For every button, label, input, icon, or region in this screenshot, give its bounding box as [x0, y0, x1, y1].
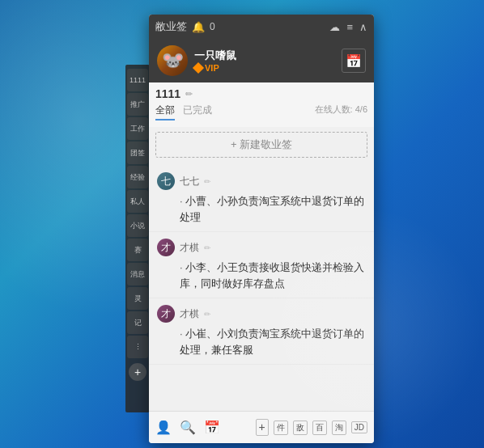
task-item-3[interactable]: 才 才棋 ✏ 小崔、小刘负责淘宝系统中退货订单的处理，兼任客服 — [149, 298, 374, 365]
task-avatar-caiqi-2: 才 — [157, 305, 175, 323]
task-content-3: 小崔、小刘负责淘宝系统中退货订单的处理，兼任客服 — [157, 326, 366, 357]
sidebar-item-novel[interactable]: 小说 — [127, 214, 148, 237]
task-content-2: 小李、小王负责接收退货快递并检验入库，同时做好库存盘点 — [157, 260, 366, 291]
jd-button[interactable]: JD — [351, 421, 367, 433]
task-edit-icon-1[interactable]: ✏ — [204, 177, 210, 186]
task-edit-icon-3[interactable]: ✏ — [204, 310, 210, 319]
at-button[interactable]: 敌 — [293, 421, 308, 435]
task-avatar-qiqi: 七 — [157, 172, 175, 190]
sidebar-add-button[interactable]: + — [129, 363, 146, 381]
task-item-2[interactable]: 才 才棋 ✏ 小李、小王负责接收退货快递并检验入库，同时做好库存盘点 — [149, 232, 374, 298]
task-header-2: 才 才棋 ✏ — [157, 239, 366, 256]
team-name-row: 1111 ✏ — [155, 87, 367, 100]
sidebar-item-private[interactable]: 私人 — [127, 190, 148, 213]
bottom-toolbar: 👤 🔍 📅 + 件 敌 百 淘 JD — [149, 411, 374, 443]
sidebar-item-more[interactable]: ⋮ — [127, 336, 148, 358]
online-count: 在线人数: 4/6 — [315, 104, 367, 120]
person-icon[interactable]: 👤 — [155, 420, 172, 435]
sidebar-item-team[interactable]: 团签 — [127, 142, 148, 164]
title-bar-icons: ☁ ≡ ∧ — [329, 21, 367, 33]
tab-completed[interactable]: 已完成 — [183, 104, 212, 120]
vip-badge: VIP — [194, 63, 236, 73]
attach-button[interactable]: 件 — [274, 421, 288, 435]
sidebar-item-race[interactable]: 赛 — [127, 239, 148, 261]
tab-all[interactable]: 全部 — [155, 104, 175, 120]
user-info: 一只嗜鼠 VIP — [157, 45, 236, 76]
title-bar-left: 敝业签 🔔 0 — [155, 19, 215, 34]
search-icon[interactable]: 🔍 — [180, 420, 196, 435]
taobao-button[interactable]: 淘 — [332, 421, 346, 435]
sidebar-item-promotion[interactable]: 推广 — [127, 93, 148, 116]
user-header: 一只嗜鼠 VIP 📅 — [149, 39, 374, 82]
vip-diamond-icon — [193, 62, 204, 74]
avatar[interactable] — [157, 45, 188, 76]
bell-icon: 🔔 — [192, 21, 205, 33]
table-button[interactable]: 百 — [312, 421, 327, 435]
team-edit-icon[interactable]: ✏ — [185, 89, 193, 99]
bottom-left-icons: 👤 🔍 📅 — [155, 420, 220, 435]
task-username-3: 才棋 — [180, 307, 199, 321]
sidebar-item-1111[interactable]: 1111 — [127, 69, 148, 91]
desktop: 1111 推广 工作 团签 经验 私人 小说 赛 消息 灵 记 — [0, 0, 484, 448]
sidebar-item-record[interactable]: 记 — [127, 311, 148, 334]
cloud-icon[interactable]: ☁ — [329, 21, 340, 33]
minimize-icon[interactable]: ∧ — [359, 21, 367, 33]
new-task-button[interactable]: + 新建敬业签 — [155, 132, 367, 158]
menu-icon[interactable]: ≡ — [346, 21, 353, 33]
task-edit-icon-2[interactable]: ✏ — [204, 243, 210, 252]
bell-count: 0 — [210, 21, 215, 32]
sidebar-item-message[interactable]: 消息 — [127, 263, 148, 285]
task-content-1: 小曹、小孙负责淘宝系统中退货订单的处理 — [157, 193, 366, 225]
task-username-1: 七七 — [180, 175, 199, 188]
avatar-image — [157, 45, 188, 76]
task-list: 七 七七 ✏ 小曹、小孙负责淘宝系统中退货订单的处理 才 才棋 ✏ 小李、小王负… — [149, 163, 374, 411]
calendar-button[interactable]: 📅 — [342, 49, 366, 73]
sidebar-item-experience[interactable]: 经验 — [127, 166, 148, 188]
task-item[interactable]: 七 七七 ✏ 小曹、小孙负责淘宝系统中退货订单的处理 — [149, 166, 374, 232]
team-name: 1111 — [155, 87, 180, 100]
task-avatar-caiqi-1: 才 — [157, 239, 175, 256]
main-panel: 敝业签 🔔 0 ☁ ≡ ∧ 一只嗜鼠 VIP — [149, 15, 374, 443]
task-username-2: 才棋 — [180, 241, 199, 255]
vip-label: VIP — [205, 63, 219, 73]
calendar-bottom-icon[interactable]: 📅 — [204, 420, 220, 435]
left-sidebar: 1111 推广 工作 团签 经验 私人 小说 赛 消息 灵 记 — [125, 65, 150, 412]
calendar-icon: 📅 — [346, 53, 362, 69]
sidebar-item-ling[interactable]: 灵 — [127, 287, 148, 310]
task-header-1: 七 七七 ✏ — [157, 172, 366, 190]
user-name-area: 一只嗜鼠 VIP — [194, 49, 236, 73]
tab-row: 全部 已完成 在线人数: 4/6 — [155, 104, 367, 120]
add-button[interactable]: + — [256, 419, 269, 435]
task-header-3: 才 才棋 ✏ — [157, 305, 366, 323]
app-title: 敝业签 — [155, 19, 187, 34]
title-bar: 敝业签 🔔 0 ☁ ≡ ∧ — [149, 15, 374, 39]
team-tabs: 1111 ✏ 全部 已完成 在线人数: 4/6 — [149, 82, 374, 127]
sidebar-item-work[interactable]: 工作 — [127, 117, 148, 140]
user-name: 一只嗜鼠 — [194, 49, 236, 63]
bottom-right-icons: + 件 敌 百 淘 JD — [256, 419, 367, 435]
